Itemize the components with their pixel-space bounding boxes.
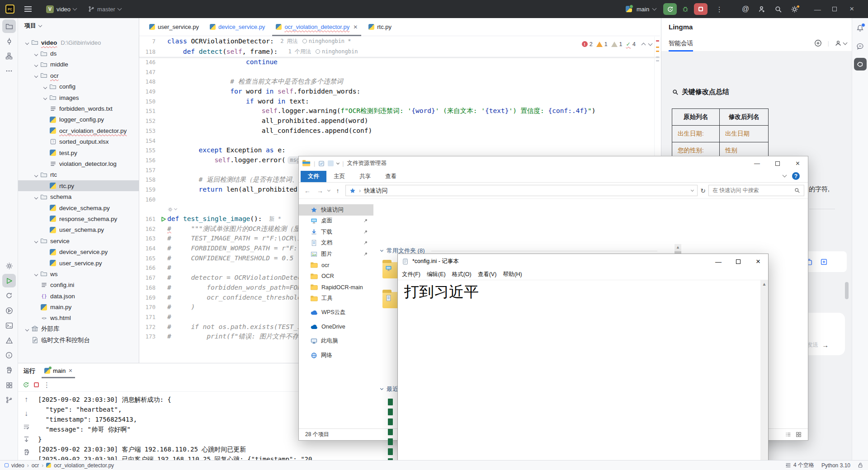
prev-problem-icon[interactable] [642,42,646,47]
breadcrumb-item[interactable]: video [11,462,24,469]
minimize-window-icon[interactable]: — [810,0,825,18]
tree-item[interactable]: service [18,235,139,246]
close-window-icon[interactable]: × [844,0,859,18]
run-config-name[interactable]: main [637,6,649,13]
code-line[interactable]: 154 [139,136,660,146]
tree-chevron-icon[interactable] [33,238,40,244]
tree-item[interactable]: ocr [18,70,139,81]
close-run-tab-icon[interactable]: ✕ [68,368,72,374]
notepad-close-icon[interactable]: × [748,254,768,269]
tool-stripe-button[interactable] [2,289,16,302]
address-box[interactable]: › 快速访问 [345,185,698,196]
next-problem-icon[interactable] [648,41,653,46]
nav-item[interactable]: OneDrive [299,321,373,333]
tree-item[interactable]: test.py [18,147,139,158]
qat-customize-icon[interactable] [336,161,340,164]
qat-newfolder-icon[interactable] [328,160,334,166]
nav-item[interactable]: 下载 [299,226,373,238]
address-dropdown-icon[interactable] [691,188,694,191]
lingma-tool-icon[interactable] [854,58,867,70]
code-line[interactable]: 151 self.logger.warning(f"OCR检测到违禁词: '{w… [139,106,660,116]
tree-item[interactable]: middle [18,59,139,70]
debug-button[interactable] [679,3,692,15]
tool-stripe-button[interactable] [2,304,16,317]
tree-item[interactable]: response_schema.py [18,213,139,224]
tree-item[interactable]: config [18,81,139,92]
tool-stripe-button[interactable] [2,348,16,362]
rerun-button[interactable] [663,3,677,15]
list-view-icon[interactable] [785,432,791,437]
tree-item[interactable]: user_service.py [18,258,139,268]
tree-chevron-icon[interactable] [33,172,40,178]
breadcrumb-item[interactable]: ocr [32,462,39,469]
forward-icon[interactable]: → [315,187,325,194]
notepad-title-bar[interactable]: *config.ini - 记事本 — × [398,254,768,269]
nav-item[interactable]: WPS云盘 [299,307,373,319]
tree-item[interactable]: user_schema.py [18,225,139,235]
tree-chevron-icon[interactable] [24,40,31,45]
thumbnail-view-icon[interactable] [796,432,802,437]
explorer-close-icon[interactable]: × [788,156,808,170]
editor-tab[interactable]: ocr_violation_detector.py ✕ [270,18,363,36]
tree-item[interactable]: ds [18,48,139,59]
ribbon-tab-home[interactable]: 主页 [326,171,352,182]
code-line[interactable]: 155 except Exception as e: [139,146,660,155]
tree-item[interactable]: <> ws.html [18,313,139,324]
search-box[interactable]: 在 快速访问 中搜索 [708,185,804,196]
menu-item[interactable]: 帮助(H) [500,271,525,278]
notifications-bell-icon[interactable] [854,22,867,34]
branch-widget[interactable]: master [85,3,125,15]
refresh-icon[interactable]: ↻ [700,187,706,194]
back-icon[interactable]: ← [302,187,312,194]
tool-stripe-button[interactable] [2,319,16,332]
down-stack-trace-icon[interactable]: ↓ [24,409,28,418]
new-chat-icon[interactable] [814,39,822,47]
tree-item[interactable]: video D:\Git\bin\video [18,37,139,48]
nav-item[interactable]: 工具 [299,293,373,304]
tree-item[interactable]: violation_detector.log [18,158,139,169]
code-line[interactable]: 148 # 检查当前文本中是否包含多个违禁词 [139,77,660,87]
code-line[interactable]: 152 all_prohibited.append(word) [139,116,660,126]
soft-wrap-icon[interactable] [23,423,30,430]
nav-item[interactable]: 图片 [299,249,373,260]
restore-window-icon[interactable] [827,0,842,18]
account-menu[interactable] [835,40,847,47]
tree-item[interactable]: config.ini [18,280,139,291]
scroll-to-end-icon[interactable] [23,436,30,443]
code-line[interactable]: 153 all_confidences.append(conf) [139,126,660,136]
menu-item[interactable]: 格式(O) [449,271,475,278]
breadcrumb[interactable]: video › ocr › ocr_violation_detector.py [5,462,114,469]
menu-item[interactable]: 查看(V) [475,271,500,278]
section-chevron-icon[interactable] [380,248,383,251]
nav-item[interactable]: 快速访问 [299,204,373,216]
tree-item[interactable]: schema [18,191,139,202]
more-actions-icon[interactable]: ⋮ [712,3,726,15]
explorer-maximize-icon[interactable] [767,156,788,170]
lingma-tab-chat[interactable]: 智能会话 [669,35,693,52]
editor-tab[interactable]: rtc.py [363,18,397,36]
run-test-gutter-icon[interactable] [161,216,166,222]
recent-locations-icon[interactable] [327,188,330,191]
tool-stripe-button[interactable] [2,378,16,392]
notepad-window[interactable]: *config.ini - 记事本 — × 文件(F)编辑(E)格式(O)查看(… [397,254,769,470]
nav-item[interactable]: RapidOCR-main [299,282,373,293]
notepad-maximize-icon[interactable] [728,254,748,269]
search-icon[interactable] [771,3,785,15]
code-line[interactable]: 147 [139,67,660,77]
tree-item[interactable]: 临时文件和控制台 [18,335,139,346]
tree-item[interactable]: 外部库 [18,324,139,334]
ribbon-tab-view[interactable]: 查看 [378,171,404,182]
tree-item[interactable]: ws [18,268,139,279]
tree-item[interactable]: ocr_violation_detector.py [18,125,139,136]
explorer-minimize-icon[interactable]: — [747,156,767,170]
tree-chevron-icon[interactable] [42,95,49,100]
tree-item[interactable]: forbidden_words.txt [18,103,139,114]
tree-chevron-icon[interactable] [33,271,40,277]
tree-chevron-icon[interactable] [33,194,40,200]
ribbon-collapse-icon[interactable] [783,173,787,178]
tree-item[interactable]: rtc.py [18,180,139,191]
tool-stripe-button[interactable] [2,274,16,287]
tool-stripe-button[interactable] [2,19,16,33]
tree-item[interactable]: images [18,92,139,103]
console-output[interactable]: [2025-09-02 23:03:30] 消息解析成功: { "type": … [34,392,312,468]
